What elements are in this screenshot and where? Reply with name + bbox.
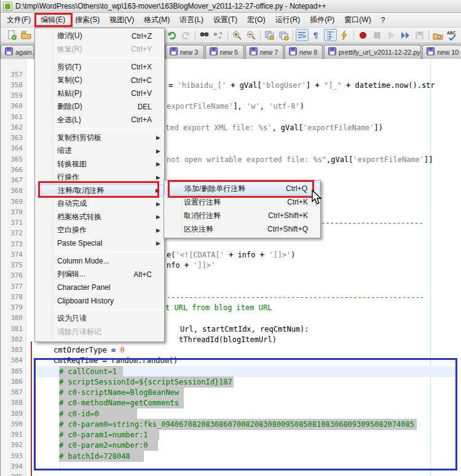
- code-line-383[interactable]: cmtOrderType = 0: [34, 345, 461, 356]
- edit-menu-item-22[interactable]: Character Panel: [35, 281, 164, 295]
- title-bar[interactable]: D:\tmp\WordPress\Others\to_wp\163-mover\…: [1, 0, 461, 13]
- tab-new-10[interactable]: new 10: [422, 45, 461, 59]
- edit-menu-item-16[interactable]: 档案格式转换▶: [35, 211, 164, 224]
- submenu-arrow-icon: ▶: [156, 174, 160, 181]
- function-completion-icon[interactable]: [338, 29, 351, 41]
- code-line-391[interactable]: # c0-param1=number:1: [34, 429, 461, 440]
- sync-horizontal-scroll-icon[interactable]: [277, 29, 290, 41]
- edit-menu-item-2[interactable]: 恢复(R)Ctrl+Y: [35, 43, 164, 57]
- word-wrap-icon[interactable]: [296, 29, 309, 41]
- edit-menu-item-18[interactable]: Paste Special▶: [35, 237, 164, 251]
- menubar-item-7[interactable]: 设置(T): [209, 13, 242, 27]
- code-segment: # callCount=1: [59, 367, 117, 376]
- menu-item-label: 全选(L): [57, 115, 81, 125]
- edit-menu-item-13[interactable]: 行操作▶: [35, 171, 164, 184]
- menu-item-label: 添加/删除单行注释: [184, 184, 245, 194]
- line-number: 379: [1, 303, 23, 311]
- sync-vertical-scroll-icon[interactable]: [263, 29, 276, 41]
- menubar-item-11[interactable]: 窗口(W): [340, 13, 375, 27]
- comment-submenu-item-1[interactable]: 添加/删除单行注释Ctrl+Q: [164, 182, 320, 195]
- indent-guide-icon[interactable]: [324, 29, 337, 41]
- code-line-386[interactable]: # scriptSessionId=${scriptSessionId}187: [34, 377, 461, 388]
- edit-menu-item-8[interactable]: 全选(L)Ctrl+A: [35, 114, 164, 127]
- spell-check-icon[interactable]: ABC: [446, 29, 459, 41]
- file-monitor-icon[interactable]: [431, 29, 444, 41]
- svg-text:b: b: [214, 31, 217, 37]
- menubar-item-2[interactable]: 编辑(E): [36, 13, 69, 27]
- edit-menu-item-4[interactable]: 剪切(T)Ctrl+X: [35, 61, 164, 74]
- record-macro-icon[interactable]: [357, 29, 369, 41]
- submenu-arrow-icon: ▶: [156, 148, 160, 154]
- saved-file-floppy-icon: [250, 47, 258, 58]
- edit-menu-item-21[interactable]: 列编辑...Alt+C: [35, 268, 164, 281]
- menubar-item-8[interactable]: 宏(O): [243, 13, 269, 27]
- menubar-item-3[interactable]: 搜索(S): [71, 13, 104, 27]
- menubar-item-10[interactable]: 插件(P): [305, 13, 339, 27]
- menubar-item-4[interactable]: 视图(V): [105, 13, 138, 27]
- stop-macro-icon[interactable]: [371, 29, 384, 41]
- edit-menu-item-25[interactable]: 设为只读: [35, 312, 164, 326]
- line-number: 357: [1, 71, 23, 79]
- show-all-characters-icon[interactable]: ¶: [310, 29, 323, 41]
- zoom-in-icon[interactable]: [230, 29, 243, 41]
- tab-label: new 3: [180, 49, 198, 56]
- code-line-392[interactable]: # c0-param2=number:0: [34, 440, 461, 451]
- edit-menu-item-20[interactable]: Column Mode...: [35, 255, 164, 268]
- code-line-387[interactable]: # c0-scriptName=BlogBeanNew: [34, 387, 461, 398]
- open-file-icon[interactable]: [20, 29, 33, 41]
- save-macro-icon[interactable]: [413, 29, 426, 41]
- edit-menu-item-7[interactable]: 删除(D)DEL: [35, 100, 164, 114]
- comment-submenu-item-2[interactable]: 设置行注释Ctrl+K: [164, 195, 320, 209]
- code-line-389[interactable]: # c0-id=0: [34, 408, 461, 419]
- code-segment: +: [224, 251, 238, 259]
- edit-menu-item-10[interactable]: 复制到剪切板▶: [35, 131, 164, 145]
- replace-icon[interactable]: ba: [212, 29, 225, 41]
- edit-menu-item-23[interactable]: Clipboard History: [35, 294, 164, 308]
- undo-icon[interactable]: [165, 29, 178, 41]
- code-line-390[interactable]: # c0-param0=string:fks_09406708208308607…: [34, 419, 461, 430]
- line-number: 385: [1, 367, 23, 375]
- line-number: 363: [1, 134, 23, 142]
- code-segment: random.random(): [111, 356, 178, 365]
- run-macro-multiple-icon[interactable]: [399, 29, 412, 41]
- code-segment: info: [238, 251, 256, 259]
- tab-prettify-url-v2011-12-22-py[interactable]: prettify_url_v2011-12-22.py: [324, 45, 421, 59]
- edit-menu-item-17[interactable]: 空白操作▶: [35, 224, 164, 237]
- tab-label: new 5: [220, 49, 238, 56]
- code-line-384[interactable]: cmtReqTime = random.random(): [34, 355, 461, 366]
- code-line-395[interactable]: [34, 472, 461, 476]
- find-icon[interactable]: [198, 29, 211, 41]
- code-line-388[interactable]: # c0-methodName=getComments: [34, 397, 461, 408]
- code-segment: cmtOrderType: [53, 346, 111, 354]
- comment-submenu-item-4[interactable]: 区块注释Ctrl+Shift+Q: [164, 222, 320, 236]
- edit-menu-item-14[interactable]: 注释/取消注释▶: [35, 184, 164, 198]
- code-segment: ]: [306, 81, 310, 90]
- code-line-393[interactable]: # batchId=728048: [34, 451, 461, 462]
- code-line-394[interactable]: [34, 461, 461, 472]
- tab-new-5[interactable]: new 5: [205, 45, 244, 59]
- tab-again-[interactable]: again...: [1, 45, 34, 59]
- new-file-icon[interactable]: [6, 29, 18, 41]
- menubar-item-1[interactable]: 文件(F): [2, 13, 35, 27]
- play-macro-icon[interactable]: [385, 29, 398, 41]
- edit-menu-item-26[interactable]: 清除只读标记: [35, 326, 164, 339]
- menu-shortcut: Ctrl+X: [131, 63, 159, 71]
- tab-new-8[interactable]: new 8: [285, 45, 323, 59]
- menubar-item-5[interactable]: 格式(M): [140, 13, 174, 27]
- tab-new-3[interactable]: new 3: [165, 45, 204, 59]
- edit-menu-item-12[interactable]: 转换视图▶: [35, 158, 164, 171]
- edit-menu-item-11[interactable]: 缩进▶: [35, 144, 164, 158]
- menubar-item-9[interactable]: 运行(R): [271, 13, 305, 27]
- tab-new-7[interactable]: new 7: [245, 45, 283, 59]
- menubar-item-6[interactable]: 语言(L): [175, 13, 208, 27]
- menubar-item-12[interactable]: ?: [377, 14, 390, 26]
- zoom-out-icon[interactable]: [245, 29, 258, 41]
- edit-menu-item-1[interactable]: 撤消(U)Ctrl+Z: [35, 29, 164, 43]
- redo-icon[interactable]: [179, 29, 192, 41]
- code-line-385[interactable]: # callCount=1: [34, 366, 458, 377]
- edit-menu-item-6[interactable]: 粘贴(P)Ctrl+V: [35, 87, 164, 101]
- edit-menu-item-5[interactable]: 复制(C)Ctrl+C: [35, 74, 164, 87]
- code-segment: 'blogUser': [262, 81, 306, 90]
- comment-submenu-item-3[interactable]: 取消行注释Ctrl+Shift+K: [164, 209, 320, 222]
- edit-menu-item-15[interactable]: 自动完成▶: [35, 197, 164, 211]
